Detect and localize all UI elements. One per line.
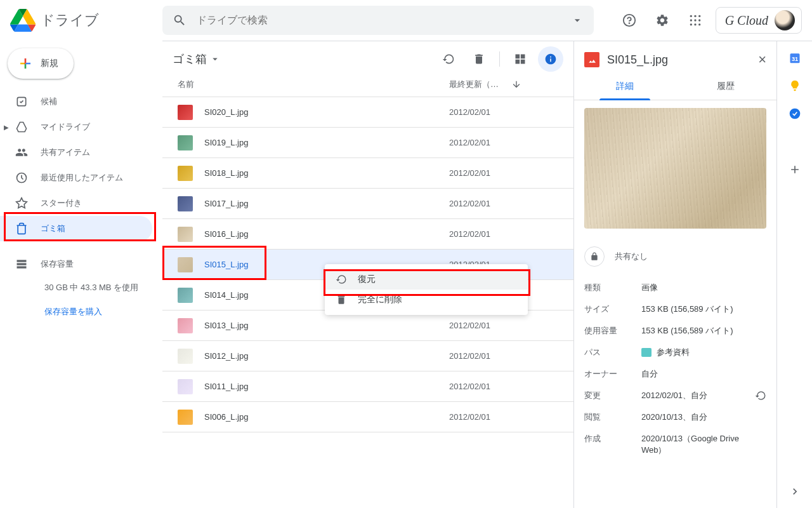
sidebar: 新規 候補 ▶ マイドライブ 共有アイテム 最近使用したアイテム スター付き ゴ… bbox=[0, 41, 162, 508]
svg-point-8 bbox=[690, 23, 691, 25]
mydrive-icon bbox=[15, 121, 28, 133]
file-name: SI012_L.jpg bbox=[204, 351, 449, 361]
file-date: 2012/02/01 bbox=[449, 382, 563, 391]
sidebar-item-recent[interactable]: 最近使用したアイテム bbox=[0, 165, 152, 190]
account-badge[interactable]: G Cloud bbox=[716, 7, 802, 34]
collapse-sidepanel-button[interactable] bbox=[789, 485, 801, 508]
history-icon[interactable] bbox=[755, 390, 766, 401]
storage-icon bbox=[15, 258, 28, 271]
file-thumbnail bbox=[178, 410, 193, 425]
preview-image[interactable] bbox=[584, 108, 766, 229]
svg-point-2 bbox=[690, 15, 691, 17]
new-button[interactable]: 新規 bbox=[8, 48, 74, 79]
file-date: 2012/02/01 bbox=[449, 199, 563, 208]
meta-modified-value: 2012/02/01、自分 bbox=[641, 390, 766, 401]
sidebar-item-label: ゴミ箱 bbox=[41, 223, 65, 234]
meta-usage-label: 使用容量 bbox=[584, 325, 641, 337]
tab-detail[interactable]: 詳細 bbox=[574, 73, 676, 100]
svg-point-10 bbox=[698, 23, 700, 25]
file-row[interactable]: SI013_L.jpg2012/02/01 bbox=[162, 311, 573, 341]
file-row[interactable]: SI012_L.jpg2012/02/01 bbox=[162, 341, 573, 371]
meta-path-label: パス bbox=[584, 347, 641, 358]
tasks-app-icon[interactable] bbox=[789, 107, 801, 120]
side-panel: 31 bbox=[776, 41, 812, 508]
svg-point-5 bbox=[690, 19, 691, 21]
settings-button[interactable] bbox=[650, 8, 675, 33]
restore-icon bbox=[335, 274, 348, 285]
search-input[interactable] bbox=[197, 15, 571, 26]
file-date: 2012/02/01 bbox=[449, 168, 563, 178]
file-row[interactable]: SI019_L.jpg2012/02/01 bbox=[162, 128, 573, 158]
file-row[interactable]: SI018_L.jpg2012/02/01 bbox=[162, 158, 573, 189]
keep-app-icon[interactable] bbox=[789, 79, 801, 92]
file-row[interactable]: SI017_L.jpg2012/02/01 bbox=[162, 189, 573, 219]
menu-restore[interactable]: 復元 bbox=[325, 269, 528, 290]
close-details-button[interactable]: × bbox=[758, 51, 766, 68]
file-name: SI006_L.jpg bbox=[204, 412, 449, 422]
account-name: G Cloud bbox=[725, 13, 768, 28]
file-thumbnail bbox=[178, 227, 193, 242]
file-name: SI013_L.jpg bbox=[204, 321, 449, 330]
file-name: SI016_L.jpg bbox=[204, 229, 449, 239]
sidebar-item-label: スター付き bbox=[41, 197, 82, 209]
file-thumbnail bbox=[178, 105, 193, 120]
file-row[interactable]: SI016_L.jpg2012/02/01 bbox=[162, 219, 573, 250]
sidebar-item-storage[interactable]: 保存容量 bbox=[0, 251, 152, 277]
help-button[interactable] bbox=[617, 8, 642, 33]
meta-owner-value: 自分 bbox=[641, 368, 766, 380]
meta-path-value[interactable]: 参考資料 bbox=[641, 347, 766, 358]
search-bar[interactable] bbox=[162, 6, 594, 35]
image-file-icon bbox=[584, 52, 599, 67]
sidebar-item-starred[interactable]: スター付き bbox=[0, 190, 152, 216]
file-name: SI017_L.jpg bbox=[204, 199, 449, 208]
file-row[interactable]: SI020_L.jpg2012/02/01 bbox=[162, 97, 573, 128]
delete-icon bbox=[335, 294, 348, 305]
svg-point-1 bbox=[629, 23, 629, 23]
priority-icon bbox=[15, 95, 28, 108]
delete-forever-button[interactable] bbox=[466, 46, 492, 72]
file-date: 2012/02/01 bbox=[449, 107, 563, 117]
file-thumbnail bbox=[178, 196, 193, 211]
sidebar-item-mydrive[interactable]: ▶ マイドライブ bbox=[0, 114, 152, 140]
sidebar-item-priority[interactable]: 候補 bbox=[0, 89, 152, 114]
buy-storage-link[interactable]: 保存容量を購入 bbox=[0, 293, 162, 318]
sidebar-item-shared[interactable]: 共有アイテム bbox=[0, 140, 152, 165]
menu-delete-forever[interactable]: 完全に削除 bbox=[325, 290, 528, 310]
svg-point-9 bbox=[694, 23, 696, 25]
file-thumbnail bbox=[178, 288, 193, 303]
file-name: SI018_L.jpg bbox=[204, 168, 449, 178]
expand-icon[interactable]: ▶ bbox=[4, 124, 9, 131]
menu-delete-label: 完全に削除 bbox=[358, 294, 402, 305]
file-row[interactable]: SI011_L.jpg2012/02/01 bbox=[162, 371, 573, 402]
sidebar-item-label: 最近使用したアイテム bbox=[41, 172, 123, 184]
star-icon bbox=[15, 197, 28, 210]
search-icon bbox=[173, 13, 187, 27]
tab-history[interactable]: 履歴 bbox=[676, 73, 777, 100]
avatar bbox=[775, 10, 795, 30]
file-row[interactable]: SI006_L.jpg2012/02/01 bbox=[162, 402, 573, 432]
column-date[interactable]: 最終更新（… bbox=[449, 79, 563, 90]
column-name[interactable]: 名前 bbox=[173, 79, 449, 90]
svg-point-3 bbox=[694, 15, 696, 17]
meta-type-value: 画像 bbox=[641, 282, 766, 293]
table-header: 名前 最終更新（… bbox=[162, 72, 573, 97]
add-addon-button[interactable] bbox=[789, 163, 801, 176]
file-name: SI020_L.jpg bbox=[204, 107, 449, 117]
restore-button[interactable] bbox=[436, 46, 461, 72]
info-button[interactable] bbox=[538, 46, 563, 72]
search-options-icon[interactable] bbox=[571, 14, 584, 27]
logo-area[interactable]: ドライブ bbox=[10, 8, 162, 33]
sort-arrow-icon bbox=[511, 79, 521, 90]
sidebar-item-label: 保存容量 bbox=[41, 258, 74, 270]
recent-icon bbox=[15, 171, 28, 184]
location-title[interactable]: ゴミ箱 bbox=[173, 51, 221, 67]
meta-created-label: 作成 bbox=[584, 433, 641, 456]
toolbar: ゴミ箱 bbox=[162, 41, 573, 72]
apps-button[interactable] bbox=[683, 8, 708, 33]
grid-view-button[interactable] bbox=[508, 46, 533, 72]
share-status-row: 共有なし bbox=[574, 236, 776, 277]
calendar-app-icon[interactable]: 31 bbox=[789, 51, 801, 64]
sidebar-item-trash[interactable]: ゴミ箱 bbox=[0, 216, 152, 241]
context-menu: 復元 完全に削除 bbox=[325, 264, 528, 315]
plus-icon bbox=[18, 56, 33, 71]
